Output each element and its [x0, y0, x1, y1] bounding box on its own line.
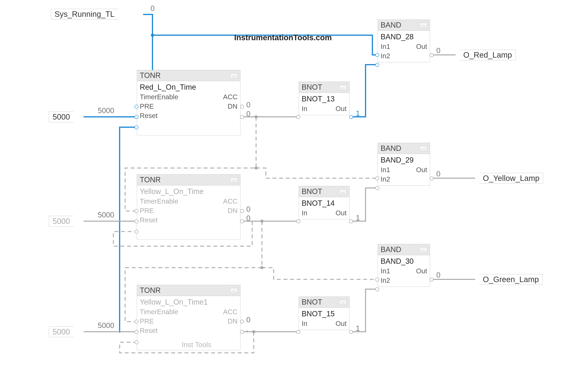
iref-preset-c[interactable]: 5000	[49, 326, 78, 337]
pin-label: TimerEnable	[140, 307, 178, 317]
pin-label: Out	[416, 42, 427, 51]
block-bnot-14[interactable]: BNOT ... BNOT_14 InOut	[299, 186, 349, 219]
block-band-28[interactable]: BAND ... BAND_28 In1Out In2	[378, 20, 430, 62]
pin-dot	[349, 330, 353, 334]
wire-value: 0	[246, 101, 250, 109]
wire-value: 5000	[98, 211, 114, 219]
wire-value: 0	[436, 47, 441, 55]
pin-dot	[430, 176, 434, 180]
block-header: TONR ...	[137, 175, 240, 186]
wire-value: 0	[246, 205, 250, 214]
pin-label: Out	[336, 208, 346, 218]
block-type-label: BNOT	[302, 83, 322, 92]
pin-label: TimerEnable	[140, 92, 178, 102]
pin-label: In2	[381, 175, 390, 184]
ellipsis-icon[interactable]: ...	[420, 146, 427, 151]
block-header: BNOT ...	[299, 297, 349, 308]
pin-label: ACC	[223, 307, 238, 317]
ellipsis-icon[interactable]: ...	[420, 247, 427, 252]
iref-preset-a[interactable]: 5000	[49, 111, 78, 122]
instance-name: Yellow_L_On_Time1	[140, 297, 238, 307]
oref-yellow-lamp[interactable]: O_Yellow_Lamp	[475, 173, 543, 184]
pin-label: In	[302, 104, 307, 113]
pin-label: ACC	[223, 196, 238, 206]
pin-dot	[430, 278, 434, 281]
pin-label: In1	[381, 266, 390, 276]
tag-point-icon	[475, 274, 479, 285]
instance-name: BAND_28	[381, 31, 427, 42]
block-type-label: BAND	[381, 21, 401, 29]
svg-point-4	[260, 266, 263, 269]
block-header: BAND ...	[378, 143, 430, 154]
block-header: TONR ...	[137, 285, 240, 296]
wire-value: 0	[150, 4, 155, 13]
pin-label: In2	[381, 51, 390, 61]
pin-label: Out	[416, 165, 427, 175]
pin-dot	[375, 287, 379, 291]
pin-dot	[349, 219, 353, 223]
block-tonr-red[interactable]: TONR ... Red_L_On_Time TimerEnableACC PR…	[137, 70, 241, 135]
pin-label: In1	[381, 165, 390, 175]
block-bnot-13[interactable]: BNOT ... BNOT_13 InOut	[299, 82, 349, 115]
pin-dot	[296, 115, 300, 119]
block-type-label: BNOT	[302, 187, 322, 196]
iref-sys-running[interactable]: Sys_Running_TL	[51, 9, 122, 20]
pin-label: TimerEnable	[140, 196, 178, 206]
block-body: BAND_28 In1Out In2	[378, 31, 430, 62]
svg-point-3	[254, 166, 258, 170]
oref-label: O_Red_Lamp	[460, 50, 516, 60]
pin-label: PRE	[140, 102, 154, 111]
ellipsis-icon[interactable]: ...	[230, 288, 238, 293]
pin-label: In	[302, 208, 307, 218]
pin-label: DN	[228, 206, 238, 215]
tag-point-icon	[74, 326, 78, 337]
block-bnot-15[interactable]: BNOT ... BNOT_15 InOut	[299, 297, 349, 330]
ellipsis-icon[interactable]: ...	[339, 85, 346, 90]
block-type-label: TONR	[140, 176, 161, 184]
ellipsis-icon[interactable]: ...	[230, 177, 238, 183]
ellipsis-icon[interactable]: ...	[230, 73, 238, 78]
pin-label: Out	[336, 319, 346, 328]
block-band-29[interactable]: BAND ... BAND_29 In1Out In2	[378, 143, 430, 186]
wire-value: 5000	[98, 321, 114, 330]
ellipsis-icon[interactable]: ...	[420, 23, 427, 28]
block-body: BAND_30 In1Out In2	[378, 255, 430, 287]
ellipsis-icon[interactable]: ...	[339, 189, 346, 194]
pin-dot	[240, 219, 244, 223]
pin-label: Out	[336, 104, 346, 113]
pin-label: PRE	[140, 206, 154, 215]
instance-name: BNOT_15	[302, 309, 346, 319]
block-tonr-yellow[interactable]: TONR ... Yellow_L_On_Time TimerEnableACC…	[137, 174, 241, 240]
block-type-label: BAND	[381, 245, 401, 254]
iref-preset-b[interactable]: 5000	[49, 216, 78, 227]
instance-name: Yellow_L_On_Time	[140, 186, 238, 196]
ellipsis-icon[interactable]: ...	[339, 300, 346, 305]
pin-dot	[135, 330, 138, 334]
pin-dot	[135, 319, 138, 323]
block-body: Yellow_L_On_Time1 TimerEnableACC PREDN R…	[137, 296, 240, 337]
block-header: BNOT ...	[299, 82, 349, 93]
block-body: BNOT_13 InOut	[299, 93, 349, 115]
oref-green-lamp[interactable]: O_Green_Lamp	[475, 274, 543, 285]
pin-label: DN	[228, 317, 238, 326]
tag-point-icon	[74, 111, 78, 122]
pin-label: Reset	[140, 326, 158, 335]
block-header: BAND ...	[378, 244, 430, 255]
watermark-main: InstrumentationTools.com	[234, 33, 332, 42]
wire-value: .	[246, 325, 248, 333]
block-tonr-yellow1[interactable]: TONR ... Yellow_L_On_Time1 TimerEnableAC…	[137, 285, 241, 350]
pin-label: In1	[381, 42, 390, 51]
block-band-30[interactable]: BAND ... BAND_30 In1Out In2	[378, 244, 430, 287]
wire-value: 1	[356, 109, 360, 118]
svg-point-1	[260, 220, 263, 223]
block-type-label: BNOT	[302, 298, 322, 306]
tag-point-icon	[74, 216, 78, 227]
tag-point-icon	[455, 50, 460, 60]
pin-dot	[135, 105, 138, 109]
oref-red-lamp[interactable]: O_Red_Lamp	[455, 50, 516, 60]
pin-dot	[349, 115, 353, 119]
block-body: BNOT_14 InOut	[299, 197, 349, 219]
tag-point-icon	[475, 173, 479, 184]
wire-value: 0	[436, 271, 441, 279]
iref-label: 5000	[49, 216, 74, 227]
